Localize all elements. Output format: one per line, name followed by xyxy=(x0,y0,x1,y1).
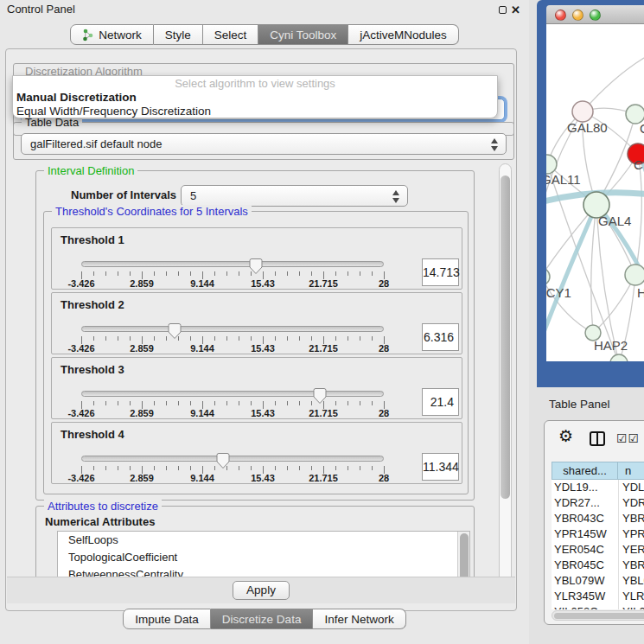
threshold-value-field[interactable]: 21.4 xyxy=(422,388,459,416)
stepper-icon xyxy=(392,189,401,204)
cell-name: YIL0 xyxy=(618,604,644,609)
table-panel: Table Panel ⚙ ☑☑ shared... n YDL19...YDL… xyxy=(529,387,644,644)
tab-label: jActiveMNodules xyxy=(360,29,447,41)
network-view-window: GAL80GCGAL11GAL4GCY1HHAP2 xyxy=(537,0,644,387)
network-canvas[interactable]: GAL80GCGAL11GAL4GCY1HHAP2 xyxy=(546,24,644,361)
table-data-combo[interactable]: galFiltered.sif default node xyxy=(21,133,507,155)
tab-select[interactable]: Select xyxy=(203,24,259,45)
stepper-icon xyxy=(491,137,500,152)
network-node-label: GAL80 xyxy=(567,120,608,135)
network-node-gal80[interactable] xyxy=(572,101,593,122)
table-row[interactable]: YIL052CYIL0 xyxy=(552,604,644,609)
tab-label: Impute Data xyxy=(135,613,199,626)
slider-track[interactable] xyxy=(81,391,384,397)
cell-shared-name: YDR27... xyxy=(552,495,618,511)
attributes-scrollbar[interactable] xyxy=(457,532,469,577)
table-row[interactable]: YBR045CYBR0 xyxy=(552,558,644,573)
algorithm-popup-hint: Select algorithm to view settings xyxy=(13,77,497,90)
table-row[interactable]: YBR043CYBR0 xyxy=(552,511,644,526)
numerical-attributes-list[interactable]: SelfLoopsTopologicalCoefficientBetweenne… xyxy=(57,531,470,577)
cell-name: YPR1 xyxy=(618,526,644,542)
slider-tick-labels: -3.4262.8599.14415.4321.71528 xyxy=(81,343,385,354)
tab-infer-network[interactable]: Infer Network xyxy=(313,609,405,629)
network-graph: GAL80GCGAL11GAL4GCY1HHAP2 xyxy=(546,24,644,361)
top-tab-bar: NetworkStyleSelectCyni ToolboxjActiveMNo… xyxy=(0,24,529,45)
table-data-group: Table Data galFiltered.sif default node xyxy=(13,122,514,160)
column-header-shared-name[interactable]: shared... xyxy=(552,462,618,480)
tab-cyni-toolbox[interactable]: Cyni Toolbox xyxy=(258,24,348,45)
table-data-combo-value: galFiltered.sif default node xyxy=(30,137,162,150)
number-of-intervals-combo[interactable]: 5 xyxy=(181,185,408,207)
gear-icon[interactable]: ⚙ xyxy=(558,426,573,445)
algorithm-popup-item-equal-width[interactable]: Equal Width/Frequency Discretization xyxy=(16,105,211,118)
float-icon[interactable] xyxy=(499,6,507,14)
table-row[interactable]: YDL19...YDL1... xyxy=(552,480,644,495)
traffic-light-close-icon[interactable] xyxy=(555,10,566,21)
network-node-label: GCY1 xyxy=(546,285,571,300)
network-node-label: GAL11 xyxy=(546,172,581,187)
network-node-gcy1[interactable] xyxy=(546,268,550,285)
threshold-value-field[interactable]: 14.713 xyxy=(422,258,459,286)
slider-tick-labels: -3.4262.8599.14415.4321.71528 xyxy=(81,278,385,290)
table-body[interactable]: YDL19...YDL1...YDR27...YDR2...YBR043CYBR… xyxy=(552,480,644,609)
network-node-h[interactable] xyxy=(625,265,644,285)
threshold-value-field[interactable]: 11.344 xyxy=(422,453,459,481)
attributes-group-title: Attributes to discretize xyxy=(44,500,162,513)
tab-jactivemnodules[interactable]: jActiveMNodules xyxy=(348,24,459,45)
table-header-row: shared... n xyxy=(552,462,644,480)
traffic-light-zoom-icon[interactable] xyxy=(590,10,601,21)
tab-impute-data[interactable]: Impute Data xyxy=(123,609,211,629)
threshold-panel-3: Threshold 3-3.4262.8599.14415.4321.71528… xyxy=(51,357,462,419)
table-row[interactable]: YER054CYER0 xyxy=(552,542,644,558)
list-item-betweennesscentrality[interactable]: BetweennessCentrality xyxy=(58,566,469,577)
cell-shared-name: YBR043C xyxy=(552,511,618,526)
cell-name: YDR2... xyxy=(618,495,644,511)
thresholds-group-title: Threshold's Coordinates for 5 Intervals xyxy=(52,205,252,218)
column-header-name[interactable]: n xyxy=(618,462,644,480)
interval-definition-group: Interval Definition Number of Intervals … xyxy=(35,170,475,501)
attributes-group: Attributes to discretize Numerical Attri… xyxy=(35,506,475,577)
bottom-tab-bar: Impute DataDiscretize DataInfer Network xyxy=(0,609,529,629)
settings-scroll-viewport: Interval Definition Number of Intervals … xyxy=(8,162,497,577)
cell-shared-name: YLR345W xyxy=(552,589,618,604)
tab-discretize-data[interactable]: Discretize Data xyxy=(211,609,314,629)
network-node-label: C xyxy=(634,157,643,172)
slider-tick-labels: -3.4262.8599.14415.4321.71528 xyxy=(81,408,385,419)
cell-name: YDL1... xyxy=(618,480,644,495)
interval-definition-group-title: Interval Definition xyxy=(44,164,137,177)
slider-track[interactable] xyxy=(81,261,384,267)
close-icon[interactable]: ✕ xyxy=(511,3,520,16)
network-node[interactable] xyxy=(610,354,628,361)
control-panel-title: Control Panel xyxy=(7,0,75,19)
tab-style[interactable]: Style xyxy=(154,24,203,45)
slider-track[interactable] xyxy=(81,456,384,462)
application-root: Control Panel ✕ NetworkStyleSelectCyni T… xyxy=(0,0,644,644)
list-item-topologicalcoefficient[interactable]: TopologicalCoefficient xyxy=(58,549,469,566)
number-of-intervals-label: Number of Intervals xyxy=(71,188,176,201)
network-window-titlebar[interactable] xyxy=(546,5,644,24)
slider-track[interactable] xyxy=(81,326,384,332)
list-item-selfloops[interactable]: SelfLoops xyxy=(58,532,469,549)
table-row[interactable]: YPR145WYPR1 xyxy=(552,526,644,542)
split-view-icon[interactable] xyxy=(590,431,605,446)
cell-shared-name: YER054C xyxy=(552,542,618,558)
node-table-panel: ⚙ ☑☑ shared... n YDL19...YDL1...YDR27...… xyxy=(544,420,644,625)
apply-button[interactable]: Apply xyxy=(233,581,290,600)
table-row[interactable]: YBL079WYBL0 xyxy=(552,573,644,589)
tab-network[interactable]: Network xyxy=(70,24,154,45)
cell-name: YBL0 xyxy=(618,573,644,589)
traffic-light-minimize-icon[interactable] xyxy=(572,10,583,21)
cell-shared-name: YBR045C xyxy=(552,558,618,573)
number-of-intervals-value: 5 xyxy=(190,189,196,202)
thresholds-group: Threshold's Coordinates for 5 Intervals … xyxy=(43,211,469,494)
algorithm-popup: Select algorithm to view settings Manual… xyxy=(12,75,498,118)
checkbox-icon[interactable]: ☑☑ xyxy=(616,431,640,445)
table-row[interactable]: YLR345WYLR3 xyxy=(552,589,644,604)
threshold-value-field[interactable]: 6.316 xyxy=(422,323,459,351)
table-row[interactable]: YDR27...YDR2... xyxy=(552,495,644,511)
footer-bar: Apply xyxy=(7,577,515,603)
settings-scrollbar[interactable] xyxy=(499,163,512,600)
table-horizontal-scrollbar[interactable] xyxy=(552,610,644,621)
algorithm-popup-item-manual[interactable]: Manual Discretization xyxy=(16,91,137,104)
threshold-panel-2: Threshold 2-3.4262.8599.14415.4321.71528… xyxy=(51,292,462,354)
